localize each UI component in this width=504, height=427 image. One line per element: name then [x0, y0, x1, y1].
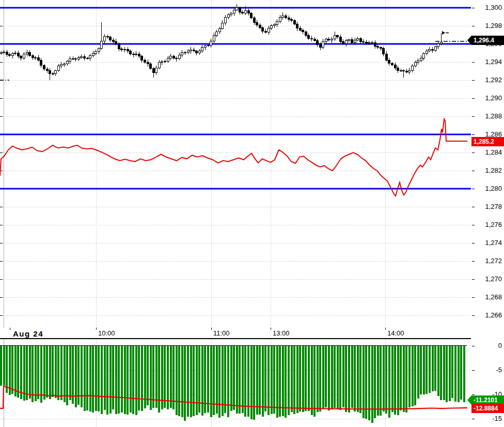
candle [46, 69, 48, 71]
candle [305, 32, 307, 35]
volume-bar [184, 346, 186, 421]
volume-bar [429, 346, 431, 393]
volume-bar [363, 346, 365, 418]
candle [11, 54, 13, 56]
candle [187, 51, 189, 53]
candle [334, 36, 336, 39]
volume-bar [253, 346, 255, 420]
candle [299, 28, 301, 30]
volume-bar [359, 346, 361, 413]
volume-bar [420, 346, 422, 394]
candle [40, 60, 42, 65]
indicator-panel[interactable] [0, 339, 471, 427]
volume-bar [317, 346, 319, 412]
price-axis-label: 1,288 [485, 112, 502, 120]
volume-bar [106, 346, 108, 415]
candle [308, 35, 310, 38]
volume-bar [371, 346, 373, 423]
right-axis[interactable]: 1,3001,2981,2961,2941,2921,2901,2881,286… [471, 0, 504, 427]
volume-bar [319, 346, 321, 411]
candle [357, 39, 359, 40]
candle [242, 12, 244, 13]
candle [127, 49, 129, 51]
candle [429, 49, 431, 51]
price-last-badge: 1,296.4 [471, 36, 504, 45]
volume-bar [6, 346, 8, 393]
volume-bar [127, 346, 129, 415]
time-axis[interactable]: Aug 24 10:0011:0013:0014:00 [0, 328, 504, 338]
candle [26, 52, 28, 54]
candle [17, 53, 19, 56]
candle [342, 41, 344, 44]
candle [138, 54, 140, 56]
candle [414, 62, 416, 66]
price-axis-tick [472, 171, 475, 171]
candle [201, 48, 203, 51]
volume-bar [181, 346, 183, 417]
candle [95, 52, 97, 53]
price-axis-label: 1,266 [485, 311, 502, 319]
volume-bar [81, 346, 83, 407]
candle [325, 39, 327, 41]
candle [291, 20, 293, 21]
volume-bar [164, 346, 166, 408]
candle [285, 16, 287, 18]
volume-bar [55, 346, 57, 398]
price-axis-tick [472, 26, 475, 26]
volume-bar [357, 346, 359, 412]
candle [121, 49, 123, 50]
price-axis-tick [472, 8, 475, 8]
price-axis-label: 1,280 [485, 185, 502, 192]
candle [72, 58, 74, 59]
candle [158, 63, 160, 68]
volume-bar [95, 346, 97, 411]
candle [253, 18, 255, 22]
indicator-axis-tick [472, 394, 475, 395]
volume-bar [417, 346, 419, 399]
volume-bar [101, 346, 103, 414]
candle [224, 17, 226, 23]
price-axis-label: 1,290 [485, 94, 502, 102]
candle [181, 53, 183, 55]
volume-bar [279, 346, 281, 417]
candle [227, 15, 229, 17]
price-axis-tick [472, 261, 475, 262]
price-panel[interactable] [0, 0, 471, 328]
lower-line-last-badge: -12.8884 [471, 404, 504, 413]
volume-bar [155, 346, 158, 408]
candle [423, 53, 425, 58]
volume-bar [196, 346, 198, 415]
candle [89, 55, 91, 58]
price-chart-canvas[interactable] [0, 0, 471, 328]
indicator-chart-canvas[interactable] [0, 339, 471, 427]
volume-bar [115, 346, 117, 414]
volume-bar [383, 346, 385, 411]
candle [43, 65, 45, 69]
price-axis-label: 1,268 [485, 293, 502, 301]
badge-value: -12.8884 [474, 405, 498, 412]
volume-bar [124, 346, 126, 414]
price-axis-tick [472, 297, 475, 298]
candle [20, 56, 22, 58]
volume-bar [302, 346, 304, 412]
volume-bar [152, 346, 154, 408]
volume-bar [443, 346, 445, 400]
time-axis-label: 11:00 [213, 329, 230, 337]
volume-bar [227, 346, 229, 417]
candle [164, 61, 166, 62]
volume-bar [236, 346, 238, 414]
volume-bar [403, 346, 405, 412]
volume-bar [342, 346, 344, 407]
volume-bar [207, 346, 209, 413]
candle [236, 8, 238, 10]
indicator-axis-tick [472, 419, 475, 419]
candle [233, 10, 235, 13]
price-axis-label: 1,292 [485, 76, 502, 84]
candle [155, 68, 158, 72]
volume-bar [296, 346, 298, 413]
candle [216, 32, 218, 35]
price-axis-label: 1,298 [485, 22, 502, 29]
candle [400, 71, 402, 71]
volume-bar [325, 346, 327, 407]
day-tick [10, 328, 10, 330]
